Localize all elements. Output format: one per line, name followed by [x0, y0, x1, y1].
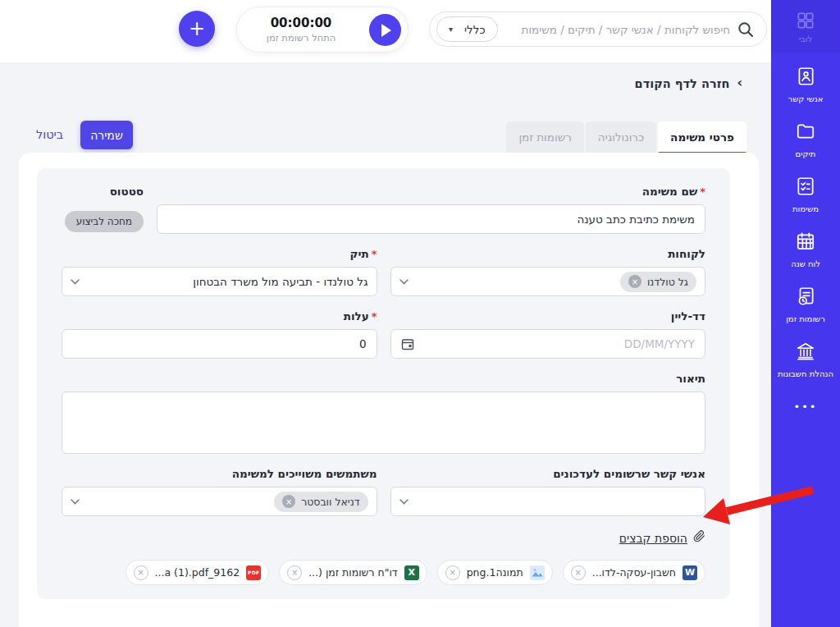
status-label: סטטוס [62, 185, 144, 198]
search-scope-dropdown[interactable]: כללי ▾ [436, 16, 498, 42]
back-link-label: חזרה לדף הקודם [635, 77, 730, 90]
calendar-icon [795, 231, 816, 255]
clients-select[interactable]: גל טולדנו × [390, 267, 706, 296]
image-file-icon [530, 565, 545, 580]
time-record-timer[interactable]: 00:00:00 התחל רשומת זמן [236, 7, 409, 53]
save-button[interactable]: שמירה [80, 121, 133, 149]
more-menu-button[interactable]: ••• [793, 400, 817, 413]
pdf-file-icon: PDF [246, 565, 261, 580]
main-panel: * שם משימה סטטוס מחכה לביצוע לקוחות [19, 153, 759, 627]
description-textarea[interactable] [62, 391, 705, 454]
required-asterisk: * [700, 185, 705, 198]
add-files-link[interactable]: הוספת קבצים [619, 529, 705, 547]
search-icon [737, 21, 755, 39]
case-label: * תיק [62, 247, 377, 260]
task-tabs: פרטי משימה כרונולוגיה רשומות זמן [506, 121, 746, 153]
add-button[interactable]: + [179, 11, 215, 47]
chevron-down-icon [71, 279, 80, 285]
client-chip[interactable]: גל טולדנו × [620, 272, 696, 292]
add-files-label: הוספת קבצים [619, 532, 687, 545]
sidebar-item-contacts[interactable]: אנשי קשר [788, 66, 823, 103]
required-asterisk: * [372, 310, 377, 323]
task-name-label: * שם משימה [157, 185, 705, 198]
chevron-down-icon [399, 499, 409, 505]
folder-icon [795, 121, 816, 145]
sidebar-item-label: לובי [799, 34, 812, 43]
cost-label: * עלות [62, 309, 377, 323]
assigned-users-select[interactable]: דניאל וובסטר × [62, 487, 377, 516]
nav-sidebar: לובי אנשי קשר תיקים [771, 0, 840, 627]
time-record-icon [795, 286, 816, 310]
remove-file-icon[interactable]: × [445, 565, 460, 580]
assigned-users-label: משתמשים משוייכים למשימה [62, 467, 377, 480]
attached-files: W חשבון-עסקה-לדו... × תמונה1.png × X דו"… [62, 560, 705, 585]
contacts-updates-select[interactable] [390, 487, 706, 516]
cost-input[interactable] [62, 329, 377, 359]
global-search: כללי ▾ [429, 11, 767, 47]
search-input[interactable] [504, 23, 730, 36]
file-chip-image[interactable]: תמונה1.png × [437, 560, 553, 585]
sidebar-item-accounting[interactable]: הנהלת חשבונות [778, 341, 833, 378]
start-timer-button[interactable] [369, 14, 401, 46]
tab-task-details[interactable]: פרטי משימה [658, 121, 746, 153]
required-asterisk: * [372, 248, 377, 260]
sidebar-item-cases[interactable]: תיקים [795, 121, 816, 158]
deadline-placeholder: DD/MM/YYYY [624, 337, 695, 350]
contacts-icon [795, 66, 816, 90]
status-badge: מחכה לביצוע [65, 211, 144, 232]
chevron-down-icon [399, 279, 409, 285]
timer-value: 00:00:00 [271, 16, 332, 30]
file-chip-word[interactable]: W חשבון-עסקה-לדו... × [563, 560, 705, 585]
sidebar-item-calendar[interactable]: לוח שנה [791, 231, 820, 268]
bank-icon [795, 341, 816, 365]
contacts-updates-label: אנשי קשר שרשומים לעדכונים [390, 467, 706, 480]
topbar: + 00:00:00 התחל רשומת זמן כללי ▾ [0, 0, 771, 62]
excel-file-icon: X [404, 565, 419, 580]
search-scope-value: כללי [464, 23, 486, 36]
remove-file-icon[interactable]: × [571, 565, 586, 580]
remove-user-icon[interactable]: × [282, 495, 295, 508]
paperclip-icon [693, 529, 705, 547]
sidebar-item-lobby[interactable]: לובי [771, 0, 840, 53]
task-form-card: * שם משימה סטטוס מחכה לביצוע לקוחות [37, 168, 730, 599]
play-icon [381, 24, 391, 37]
chevron-down-icon: ▾ [449, 25, 453, 34]
back-link[interactable]: › חזרה לדף הקודם [635, 76, 742, 91]
clients-label: לקוחות [390, 247, 706, 260]
calendar-icon[interactable] [401, 337, 414, 350]
case-select[interactable]: גל טולנדו - תביעה מול משרד הבטחון [62, 267, 377, 296]
remove-file-icon[interactable]: × [287, 565, 302, 580]
tab-time-records[interactable]: רשומות זמן [506, 121, 583, 153]
tab-chronology[interactable]: כרונולוגיה [586, 121, 656, 153]
word-file-icon: W [682, 565, 697, 580]
file-chip-pdf[interactable]: PDF ...a (1).pdf_9162 × [126, 560, 270, 585]
case-value: גל טולנדו - תביעה מול משרד הבטחון [193, 275, 368, 288]
remove-client-icon[interactable]: × [628, 275, 641, 288]
description-label: תיאור [62, 372, 705, 385]
task-name-input[interactable] [157, 204, 705, 234]
assigned-user-chip[interactable]: דניאל וובסטר × [274, 492, 368, 512]
deadline-label: דד-ליין [390, 309, 706, 323]
checklist-icon [795, 176, 816, 200]
remove-file-icon[interactable]: × [134, 565, 148, 580]
chevron-down-icon [71, 499, 80, 505]
deadline-input[interactable]: DD/MM/YYYY [390, 329, 706, 359]
file-chip-excel[interactable]: X דו"ח רשומות זמן (... × [279, 560, 427, 585]
cancel-button[interactable]: ביטול [36, 128, 63, 141]
timer-label: התחל רשומת זמן [267, 32, 336, 43]
sidebar-item-tasks[interactable]: משימות [792, 176, 819, 213]
sidebar-item-time-records[interactable]: רשומות זמן [786, 286, 825, 323]
chevron-right-icon: › [737, 75, 742, 90]
